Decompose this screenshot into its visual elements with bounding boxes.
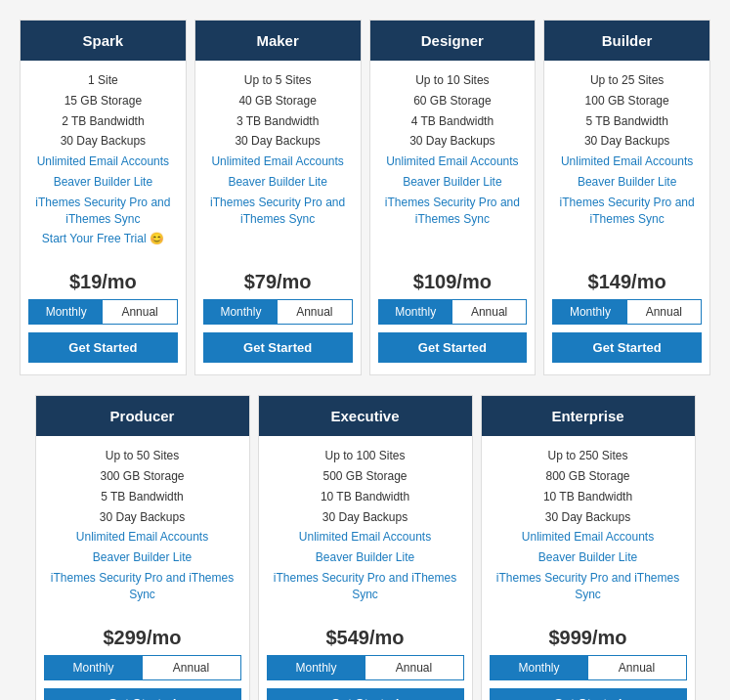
plan-card-executive: ExecutiveUp to 100 Sites500 GB Storage10… (258, 395, 473, 700)
feature-item: Beaver Builder Lite (203, 174, 353, 191)
feature-item: iThemes Security Pro and iThemes Sync (267, 570, 464, 603)
plan-features: 1 Site15 GB Storage2 TB Bandwidth30 Day … (21, 61, 186, 263)
monthly-toggle-btn[interactable]: Monthly (45, 656, 143, 679)
feature-item: Unlimited Email Accounts (490, 529, 687, 546)
feature-item: Beaver Builder Lite (378, 174, 528, 191)
feature-item: Beaver Builder Lite (44, 549, 241, 566)
billing-toggle: MonthlyAnnual (552, 299, 702, 325)
plan-card-enterprise: EnterpriseUp to 250 Sites800 GB Storage1… (481, 395, 696, 700)
get-started-button[interactable]: Get Started (490, 688, 687, 700)
feature-item: Up to 100 Sites (267, 448, 464, 464)
feature-item: 30 Day Backups (267, 509, 464, 526)
get-started-button[interactable]: Get Started (28, 332, 178, 363)
feature-item: Up to 250 Sites (490, 448, 687, 464)
feature-item: 500 GB Storage (267, 468, 464, 485)
feature-item: 40 GB Storage (203, 93, 353, 109)
feature-item: 10 TB Bandwidth (267, 489, 464, 505)
plan-header: Maker (195, 21, 361, 61)
pricing-wrapper: Spark1 Site15 GB Storage2 TB Bandwidth30… (20, 20, 710, 700)
feature-item: 10 TB Bandwidth (490, 489, 687, 505)
plan-card-spark: Spark1 Site15 GB Storage2 TB Bandwidth30… (20, 20, 187, 375)
billing-toggle: MonthlyAnnual (490, 655, 687, 680)
feature-item: Unlimited Email Accounts (378, 153, 528, 170)
feature-item: Up to 25 Sites (552, 72, 702, 89)
annual-toggle-btn[interactable]: Annual (452, 300, 526, 324)
annual-toggle-btn[interactable]: Annual (365, 656, 463, 679)
feature-item: Unlimited Email Accounts (44, 529, 241, 546)
feature-item: 30 Day Backups (28, 133, 178, 150)
feature-item: 5 TB Bandwidth (552, 113, 702, 130)
get-started-button[interactable]: Get Started (378, 332, 528, 363)
bottom-plans-row: ProducerUp to 50 Sites300 GB Storage5 TB… (20, 395, 710, 700)
feature-item: Beaver Builder Lite (490, 549, 687, 566)
feature-item: iThemes Security Pro and iThemes Sync (44, 570, 241, 603)
plan-header: Spark (21, 21, 186, 61)
get-started-button[interactable]: Get Started (203, 332, 353, 363)
feature-item: Beaver Builder Lite (552, 174, 702, 191)
monthly-toggle-btn[interactable]: Monthly (204, 300, 278, 324)
feature-item: Start Your Free Trial 😊 (28, 231, 178, 247)
feature-item: Unlimited Email Accounts (28, 153, 178, 170)
billing-toggle: MonthlyAnnual (44, 655, 241, 680)
annual-toggle-btn[interactable]: Annual (103, 300, 176, 324)
feature-item: 1 Site (28, 72, 178, 89)
plan-header: Enterprise (482, 396, 695, 436)
plan-card-builder: BuilderUp to 25 Sites100 GB Storage5 TB … (543, 20, 710, 375)
monthly-toggle-btn[interactable]: Monthly (491, 656, 588, 679)
feature-item: 60 GB Storage (378, 93, 528, 109)
plan-header: Producer (36, 396, 249, 436)
feature-item: iThemes Security Pro and iThemes Sync (378, 195, 528, 228)
feature-item: 30 Day Backups (378, 133, 528, 150)
plan-card-producer: ProducerUp to 50 Sites300 GB Storage5 TB… (35, 395, 250, 700)
feature-item: 30 Day Backups (552, 133, 702, 150)
monthly-toggle-btn[interactable]: Monthly (553, 300, 626, 324)
feature-item: 15 GB Storage (28, 93, 178, 109)
get-started-button[interactable]: Get Started (552, 332, 702, 363)
plan-features: Up to 5 Sites40 GB Storage3 TB Bandwidth… (195, 61, 361, 263)
plan-price: $999/mo (548, 619, 626, 655)
annual-toggle-btn[interactable]: Annual (143, 656, 240, 679)
plan-features: Up to 250 Sites800 GB Storage10 TB Bandw… (482, 436, 695, 618)
plan-header: Builder (544, 21, 709, 61)
monthly-toggle-btn[interactable]: Monthly (379, 300, 452, 324)
plan-price: $299/mo (103, 619, 181, 655)
feature-item: iThemes Security Pro and iThemes Sync (552, 195, 702, 228)
annual-toggle-btn[interactable]: Annual (278, 300, 351, 324)
feature-item: iThemes Security Pro and iThemes Sync (28, 195, 178, 228)
plan-header: Executive (259, 396, 472, 436)
feature-item: 300 GB Storage (44, 468, 241, 485)
feature-item: 800 GB Storage (490, 468, 687, 485)
feature-item: iThemes Security Pro and iThemes Sync (490, 570, 687, 603)
billing-toggle: MonthlyAnnual (203, 299, 353, 325)
feature-item: 3 TB Bandwidth (203, 113, 353, 130)
feature-item: 5 TB Bandwidth (44, 489, 241, 505)
get-started-button[interactable]: Get Started (44, 688, 241, 700)
billing-toggle: MonthlyAnnual (378, 299, 528, 325)
plan-card-designer: DesignerUp to 10 Sites60 GB Storage4 TB … (369, 20, 537, 375)
billing-toggle: MonthlyAnnual (28, 299, 178, 325)
feature-item: Unlimited Email Accounts (552, 153, 702, 170)
feature-item: Beaver Builder Lite (28, 174, 178, 191)
feature-item: 30 Day Backups (203, 133, 353, 150)
plan-price: $549/mo (325, 619, 404, 655)
feature-item: 100 GB Storage (552, 93, 702, 109)
feature-item: Unlimited Email Accounts (267, 529, 464, 546)
monthly-toggle-btn[interactable]: Monthly (268, 656, 365, 679)
plan-features: Up to 100 Sites500 GB Storage10 TB Bandw… (259, 436, 472, 618)
feature-item: Unlimited Email Accounts (203, 153, 353, 170)
annual-toggle-btn[interactable]: Annual (627, 300, 701, 324)
feature-item: Up to 50 Sites (44, 448, 241, 464)
annual-toggle-btn[interactable]: Annual (588, 656, 686, 679)
feature-item: 4 TB Bandwidth (378, 113, 528, 130)
plan-price: $79/mo (244, 263, 312, 299)
feature-item: 30 Day Backups (490, 509, 687, 526)
feature-item: Up to 10 Sites (378, 72, 528, 89)
top-plans-row: Spark1 Site15 GB Storage2 TB Bandwidth30… (20, 20, 710, 375)
plan-header: Designer (370, 21, 536, 61)
get-started-button[interactable]: Get Started (267, 688, 464, 700)
feature-item: Up to 5 Sites (203, 72, 353, 89)
plan-features: Up to 10 Sites60 GB Storage4 TB Bandwidt… (370, 61, 536, 263)
billing-toggle: MonthlyAnnual (267, 655, 464, 680)
feature-item: iThemes Security Pro and iThemes Sync (203, 195, 353, 228)
monthly-toggle-btn[interactable]: Monthly (29, 300, 103, 324)
